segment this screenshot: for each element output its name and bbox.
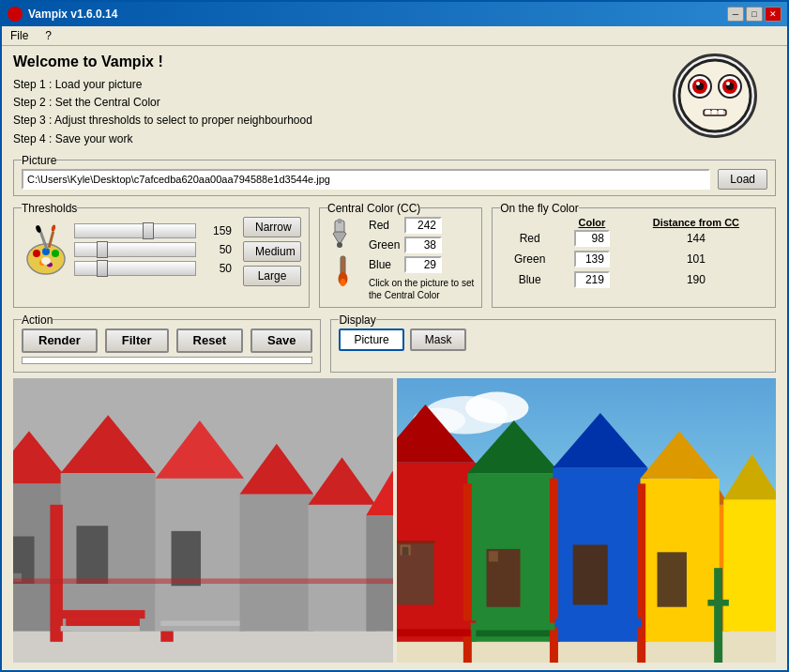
otf-col-distance: Distance from CC — [625, 217, 767, 228]
otf-blue-label: Blue — [500, 269, 559, 290]
cc-green-row: Green — [369, 237, 474, 253]
svg-rect-86 — [470, 622, 554, 630]
save-button[interactable]: Save — [250, 328, 312, 353]
threshold-buttons: Narrow Medium Large — [243, 217, 301, 286]
thresholds-fieldset: Thresholds — [13, 202, 310, 308]
title-bar-left: Vampix v1.6.0.14 — [8, 7, 117, 22]
right-image-panel[interactable] — [397, 378, 777, 663]
svg-rect-25 — [338, 219, 341, 223]
otf-green-row: Green 101 — [500, 249, 767, 269]
cc-red-input[interactable] — [404, 217, 442, 234]
cc-blue-input[interactable] — [404, 256, 442, 273]
svg-point-19 — [41, 257, 51, 265]
otf-table: Color Distance from CC Red 144 Green — [500, 217, 767, 290]
load-button[interactable]: Load — [718, 169, 767, 190]
svg-rect-11 — [712, 110, 717, 115]
display-legend: Display — [339, 313, 375, 327]
otf-blue-row: Blue 190 — [500, 269, 767, 290]
svg-point-30 — [341, 279, 346, 286]
medium-button[interactable]: Medium — [243, 241, 301, 262]
action-buttons: Render Filter Reset Save — [22, 328, 312, 353]
cc-red-label: Red — [369, 219, 397, 232]
svg-marker-26 — [333, 232, 346, 243]
mask-display-button[interactable]: Mask — [410, 328, 467, 351]
svg-rect-69 — [402, 546, 408, 555]
threshold-slider-1[interactable] — [74, 223, 196, 238]
threshold-value-1: 159 — [202, 224, 232, 237]
picture-display-button[interactable]: Picture — [339, 328, 403, 351]
otf-legend: On the fly Color — [500, 202, 578, 215]
close-button[interactable]: ✕ — [765, 7, 781, 22]
bottom-row — [13, 378, 776, 663]
otf-green-label: Green — [500, 249, 559, 269]
threshold-row-3: 50 — [74, 261, 232, 276]
otf-red-label: Red — [500, 228, 559, 249]
action-fieldset: Action Render Filter Reset Save — [13, 313, 321, 373]
otf-blue-input[interactable] — [574, 271, 610, 288]
svg-rect-10 — [706, 110, 710, 115]
content-area: Welcome to Vampix ! Step 1 : Load your p… — [2, 46, 787, 670]
threshold-slider-3[interactable] — [74, 261, 196, 276]
otf-red-input[interactable] — [574, 230, 610, 247]
svg-rect-44 — [172, 531, 201, 586]
svg-rect-70 — [397, 541, 435, 543]
svg-rect-63 — [723, 499, 776, 631]
svg-rect-74 — [488, 551, 497, 561]
svg-point-14 — [33, 250, 40, 257]
file-path-input[interactable] — [22, 169, 710, 190]
picture-fieldset: Picture Load — [13, 154, 776, 196]
title-bar: Vampix v1.6.0.14 ─ □ ✕ — [2, 2, 787, 26]
maximize-button[interactable]: □ — [746, 7, 763, 22]
otf-col-color: Color — [559, 217, 625, 228]
svg-rect-53 — [61, 626, 140, 632]
svg-rect-89 — [714, 568, 722, 663]
app-icon — [8, 7, 23, 22]
reset-button[interactable]: Reset — [176, 328, 243, 353]
left-image-panel[interactable] — [13, 378, 393, 663]
svg-rect-39 — [76, 526, 108, 584]
large-button[interactable]: Large — [243, 266, 301, 286]
thresholds-inner: 159 50 50 Narrow — [22, 217, 301, 286]
svg-rect-12 — [719, 110, 723, 115]
picture-legend: Picture — [22, 154, 56, 167]
svg-point-23 — [51, 224, 56, 232]
welcome-text: Welcome to Vampix ! Step 1 : Load your p… — [13, 53, 312, 148]
menu-file[interactable]: File — [8, 28, 31, 43]
filter-button[interactable]: Filter — [105, 328, 169, 353]
narrow-button[interactable]: Narrow — [243, 217, 301, 237]
svg-point-0 — [679, 60, 751, 131]
main-window: Vampix v1.6.0.14 ─ □ ✕ File ? Welcome to… — [0, 0, 789, 672]
svg-point-27 — [337, 242, 342, 248]
svg-point-16 — [52, 250, 59, 257]
step2: Step 2 : Set the Central Color — [13, 94, 312, 112]
svg-rect-47 — [240, 494, 314, 631]
window-controls: ─ □ ✕ — [727, 7, 781, 22]
cc-green-input[interactable] — [404, 237, 442, 253]
progress-bar — [22, 357, 312, 364]
menu-bar: File ? — [2, 26, 787, 46]
threshold-value-3: 50 — [202, 262, 232, 275]
otf-blue-distance: 190 — [625, 269, 767, 290]
palette-icon — [22, 221, 70, 282]
minimize-button[interactable]: ─ — [727, 7, 744, 22]
left-image-svg — [13, 378, 393, 663]
svg-rect-90 — [707, 600, 728, 606]
cc-icons — [327, 217, 359, 288]
cc-values: Red Green Blue Click on the picture — [369, 217, 474, 301]
otf-red-distance: 144 — [625, 228, 767, 249]
otf-red-row: Red 144 — [500, 228, 767, 249]
threshold-slider-2[interactable] — [74, 242, 196, 257]
welcome-section: Welcome to Vampix ! Step 1 : Load your p… — [13, 53, 776, 148]
menu-help[interactable]: ? — [42, 28, 54, 43]
otf-green-input[interactable] — [574, 251, 610, 267]
brush-icon — [327, 254, 359, 288]
cc-blue-label: Blue — [369, 258, 397, 271]
cc-inner: Red Green Blue Click on the picture — [327, 217, 474, 301]
eyedropper-icon — [327, 217, 359, 251]
render-button[interactable]: Render — [22, 328, 98, 353]
welcome-heading: Welcome to Vampix ! — [13, 53, 312, 70]
thresholds-legend: Thresholds — [22, 202, 77, 215]
otf-fieldset: On the fly Color Color Distance from CC … — [492, 202, 776, 308]
svg-rect-84 — [397, 620, 476, 629]
svg-rect-40 — [50, 505, 62, 642]
